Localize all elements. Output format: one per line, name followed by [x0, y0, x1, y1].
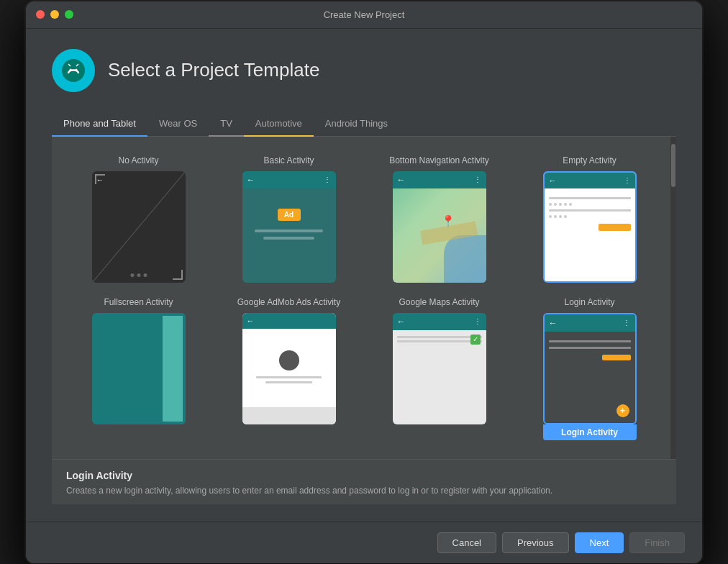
- no-activity-preview: ←: [92, 171, 186, 283]
- card-back-icon: ←: [247, 175, 255, 185]
- titlebar: Create New Project: [26, 1, 702, 29]
- login-menu-icon: ⋮: [623, 319, 631, 327]
- maps-checkbox: ✓: [470, 335, 481, 345]
- login-input-1: [549, 340, 631, 342]
- template-maps-label: Google Maps Activity: [399, 297, 479, 307]
- maps-body: ✓: [393, 330, 486, 424]
- template-login-activity[interactable]: Login Activity ← ⋮: [514, 290, 665, 447]
- water-area: [444, 235, 486, 283]
- scrollbar[interactable]: [670, 137, 676, 459]
- template-login-label: Login Activity: [564, 297, 614, 307]
- input-line-1: [549, 197, 631, 199]
- finish-button[interactable]: Finish: [629, 532, 685, 553]
- card-menu-icon: ⋮: [324, 176, 332, 183]
- template-admob-activity[interactable]: Google AdMob Ads Activity ←: [214, 290, 364, 447]
- card-line-2: [263, 237, 314, 240]
- admob-preview: ←: [242, 313, 336, 424]
- svg-point-2: [76, 68, 78, 70]
- template-basic-activity[interactable]: Basic Activity ← ⋮ Ad: [214, 148, 364, 290]
- login-card-wrapper: ← ⋮ + Login Activity: [543, 313, 637, 440]
- map-body: 📍: [393, 188, 486, 283]
- template-bottom-nav-label: Bottom Navigation Activity: [389, 155, 489, 165]
- close-button[interactable]: [36, 10, 45, 19]
- card-line-1: [255, 229, 322, 232]
- template-maps-activity[interactable]: Google Maps Activity ← ⋮ ✓: [364, 290, 514, 447]
- map-topbar: ← ⋮: [393, 171, 486, 188]
- maps-check-icon: ✓: [473, 335, 478, 343]
- maps-preview: ← ⋮ ✓: [393, 313, 486, 424]
- tab-bar: Phone and Tablet Wear OS TV Automotive A…: [52, 112, 676, 137]
- tab-phone-tablet[interactable]: Phone and Tablet: [52, 112, 147, 136]
- login-selected-bar: Login Activity: [543, 424, 637, 440]
- template-fullscreen-label: Fullscreen Activity: [104, 297, 173, 307]
- template-no-activity[interactable]: No Activity ←: [63, 148, 214, 290]
- selected-template-title: Login Activity: [66, 470, 662, 481]
- template-info-section: Login Activity Creates a new login activ…: [52, 459, 676, 504]
- card-body: Ad: [242, 188, 336, 283]
- svg-point-1: [70, 68, 72, 70]
- dialog-footer: Cancel Previous Next Finish: [26, 522, 702, 563]
- maps-menu-icon: ⋮: [474, 317, 482, 325]
- tab-tv[interactable]: TV: [209, 112, 244, 136]
- fs-main: [95, 316, 163, 422]
- map-area: 📍: [393, 188, 486, 283]
- dot-row-2: [549, 215, 631, 218]
- login-preview: ← ⋮ +: [543, 313, 637, 424]
- template-empty-activity[interactable]: Empty Activity ← ⋮: [514, 148, 665, 290]
- template-grid: No Activity ←: [52, 137, 676, 459]
- template-basic-activity-label: Basic Activity: [263, 155, 314, 165]
- fullscreen-preview: [92, 313, 186, 424]
- admob-topbar: ←: [242, 313, 336, 329]
- empty-back-icon: ←: [549, 176, 557, 185]
- card-topbar: ← ⋮: [242, 171, 336, 188]
- bottom-nav-preview: ← ⋮ 📍: [393, 171, 486, 283]
- dialog-header: Select a Project Template: [52, 49, 676, 92]
- empty-menu-icon: ⋮: [624, 176, 631, 184]
- previous-button[interactable]: Previous: [502, 532, 569, 553]
- cancel-button[interactable]: Cancel: [437, 532, 496, 553]
- tab-wear-os[interactable]: Wear OS: [147, 112, 209, 136]
- admob-circle: [279, 350, 299, 370]
- template-bottom-nav-activity[interactable]: Bottom Navigation Activity ← ⋮ 📍: [364, 148, 514, 290]
- template-fullscreen-activity[interactable]: Fullscreen Activity: [63, 290, 214, 447]
- dialog-content: Select a Project Template Phone and Tabl…: [26, 29, 702, 522]
- diagonal-line: [92, 171, 186, 283]
- maps-line-1: [397, 336, 482, 338]
- login-input-2: [549, 347, 631, 349]
- map-menu-icon: ⋮: [474, 176, 482, 183]
- empty-body: [545, 188, 635, 281]
- maps-line-2: [397, 340, 482, 342]
- login-topbar: ← ⋮: [545, 314, 635, 332]
- fs-sidebar: [163, 316, 183, 422]
- map-pin-icon: 📍: [441, 214, 455, 228]
- admob-footer: [242, 407, 336, 424]
- maximize-button[interactable]: [65, 10, 73, 19]
- login-btn-preview: [602, 355, 631, 360]
- submit-btn-preview: [599, 224, 631, 231]
- input-line-2: [549, 209, 631, 212]
- maps-back-icon: ←: [397, 317, 406, 327]
- dot-row-1: [549, 203, 631, 206]
- admob-text-2: [265, 381, 312, 383]
- next-button[interactable]: Next: [575, 532, 624, 553]
- template-empty-activity-label: Empty Activity: [563, 155, 616, 165]
- template-admob-label: Google AdMob Ads Activity: [237, 297, 340, 307]
- tab-android-things[interactable]: Android Things: [314, 112, 399, 136]
- empty-topbar: ← ⋮: [545, 173, 635, 188]
- maps-topbar: ← ⋮: [393, 313, 486, 330]
- selected-template-description: Creates a new login activity, allowing u…: [66, 484, 662, 497]
- empty-activity-preview: ← ⋮: [543, 171, 637, 283]
- page-title: Select a Project Template: [108, 59, 319, 81]
- traffic-lights: [36, 10, 73, 19]
- android-logo: [52, 49, 95, 92]
- template-no-activity-label: No Activity: [118, 155, 158, 165]
- tab-automotive[interactable]: Automotive: [244, 112, 314, 136]
- login-fab-icon: +: [616, 404, 629, 417]
- basic-activity-preview: ← ⋮ Ad: [242, 171, 336, 283]
- admob-body: [242, 329, 336, 407]
- bottom-dots: [130, 273, 147, 277]
- admob-back-icon: ←: [247, 317, 255, 325]
- minimize-button[interactable]: [50, 10, 59, 19]
- admob-text-1: [256, 376, 322, 378]
- scrollbar-thumb: [671, 144, 675, 187]
